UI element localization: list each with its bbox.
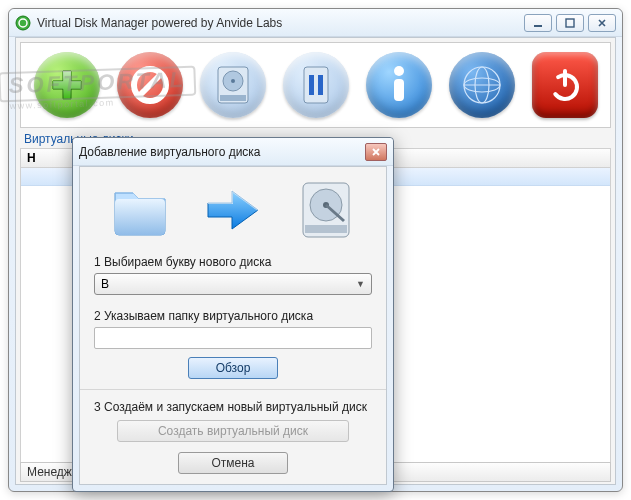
- separator: [80, 389, 386, 390]
- svg-rect-13: [394, 79, 404, 101]
- app-icon: [15, 15, 31, 31]
- add-button[interactable]: [34, 52, 100, 118]
- globe-icon: [458, 61, 506, 109]
- step3-label: 3 Создаём и запускаем новый виртуальный …: [94, 400, 372, 414]
- svg-point-7: [231, 79, 235, 83]
- dialog-titlebar: Добавление виртуального диска: [73, 138, 393, 166]
- info-icon: [385, 65, 413, 105]
- disk-button[interactable]: [200, 52, 266, 118]
- chevron-down-icon: ▼: [356, 279, 365, 289]
- arrow-right-icon: [200, 177, 266, 243]
- add-disk-dialog: Добавление виртуального диска 1 Выбираем…: [72, 137, 394, 492]
- close-button[interactable]: [588, 14, 616, 32]
- main-titlebar: Virtual Disk Manager powered by Anvide L…: [9, 9, 622, 37]
- harddrive-icon: [214, 63, 252, 107]
- pause-button[interactable]: [283, 52, 349, 118]
- svg-point-12: [394, 66, 404, 76]
- svg-rect-20: [115, 199, 165, 235]
- svg-rect-24: [305, 225, 347, 233]
- exit-button[interactable]: [532, 52, 598, 118]
- svg-rect-9: [304, 67, 328, 103]
- step2-label: 2 Указываем папку виртуального диска: [94, 309, 372, 323]
- drive-letter-select[interactable]: B ▼: [94, 273, 372, 295]
- cancel-button[interactable]: Отмена: [178, 452, 288, 474]
- folder-path-input[interactable]: [94, 327, 372, 349]
- web-button[interactable]: [449, 52, 515, 118]
- browse-button[interactable]: Обзор: [188, 357, 278, 379]
- svg-rect-10: [309, 75, 314, 95]
- svg-line-4: [140, 75, 160, 95]
- folder-icon: [107, 177, 173, 243]
- dialog-title: Добавление виртуального диска: [79, 145, 365, 159]
- minimize-button[interactable]: [524, 14, 552, 32]
- dialog-icon-row: [94, 177, 372, 243]
- pause-icon: [298, 63, 334, 107]
- window-title: Virtual Disk Manager powered by Anvide L…: [37, 16, 524, 30]
- step1-label: 1 Выбираем букву нового диска: [94, 255, 372, 269]
- toolbar: [20, 42, 611, 128]
- window-controls: [524, 14, 616, 32]
- drive-letter-value: B: [101, 277, 109, 291]
- dialog-close-button[interactable]: [365, 143, 387, 161]
- prohibit-icon: [128, 63, 172, 107]
- info-button[interactable]: [366, 52, 432, 118]
- svg-rect-11: [318, 75, 323, 95]
- close-icon: [371, 147, 381, 157]
- svg-point-0: [16, 16, 30, 30]
- plus-icon: [47, 65, 87, 105]
- power-icon: [545, 65, 585, 105]
- create-disk-button: Создать виртуальный диск: [117, 420, 349, 442]
- svg-rect-1: [534, 25, 542, 27]
- dialog-client: 1 Выбираем букву нового диска B ▼ 2 Указ…: [79, 166, 387, 485]
- svg-rect-2: [566, 19, 574, 27]
- harddrive-icon: [293, 177, 359, 243]
- remove-button[interactable]: [117, 52, 183, 118]
- maximize-button[interactable]: [556, 14, 584, 32]
- svg-rect-8: [220, 95, 246, 101]
